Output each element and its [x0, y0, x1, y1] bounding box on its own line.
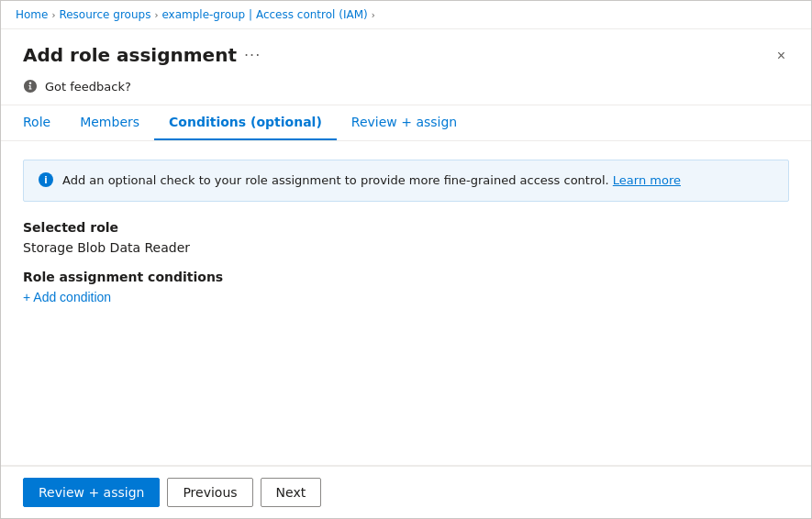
info-box: i Add an optional check to your role ass… — [23, 160, 789, 202]
tab-review[interactable]: Review + assign — [337, 105, 472, 140]
tab-members[interactable]: Members — [65, 105, 154, 140]
feedback-text: Got feedback? — [45, 80, 131, 94]
learn-more-link[interactable]: Learn more — [613, 173, 681, 187]
info-box-main-text: Add an optional check to your role assig… — [62, 173, 609, 187]
panel-header: Add role assignment ··· × — [1, 29, 811, 68]
selected-role-label: Selected role — [23, 220, 789, 235]
page-title: Add role assignment — [23, 44, 237, 66]
tab-role[interactable]: Role — [23, 105, 65, 140]
next-button[interactable]: Next — [261, 478, 322, 507]
breadcrumb-resource-groups[interactable]: Resource groups — [59, 8, 150, 21]
info-box-text: Add an optional check to your role assig… — [62, 171, 681, 190]
breadcrumb-separator-3: › — [372, 10, 375, 20]
breadcrumb-separator-2: › — [154, 10, 158, 20]
panel-footer: Review + assign Previous Next — [1, 465, 811, 518]
breadcrumb-home[interactable]: Home — [16, 8, 48, 21]
breadcrumb-access-control[interactable]: example-group | Access control (IAM) — [161, 8, 367, 21]
breadcrumb: Home › Resource groups › example-group |… — [1, 1, 811, 29]
add-condition-button[interactable]: + Add condition — [23, 290, 111, 304]
feedback-icon — [23, 79, 38, 94]
previous-button[interactable]: Previous — [167, 478, 252, 507]
panel-content: i Add an optional check to your role ass… — [1, 141, 811, 465]
review-assign-button[interactable]: Review + assign — [23, 478, 160, 507]
selected-role-value: Storage Blob Data Reader — [23, 240, 789, 255]
close-button[interactable]: × — [773, 44, 789, 68]
add-role-assignment-panel: Home › Resource groups › example-group |… — [0, 0, 812, 519]
panel-title-row: Add role assignment ··· — [23, 44, 261, 66]
tab-conditions[interactable]: Conditions (optional) — [154, 105, 337, 140]
info-icon: i — [39, 172, 53, 187]
breadcrumb-separator-1: › — [51, 10, 55, 20]
feedback-bar: Got feedback? — [1, 68, 811, 105]
conditions-label: Role assignment conditions — [23, 270, 789, 284]
tabs-bar: Role Members Conditions (optional) Revie… — [1, 105, 811, 141]
more-options-button[interactable]: ··· — [244, 47, 261, 64]
